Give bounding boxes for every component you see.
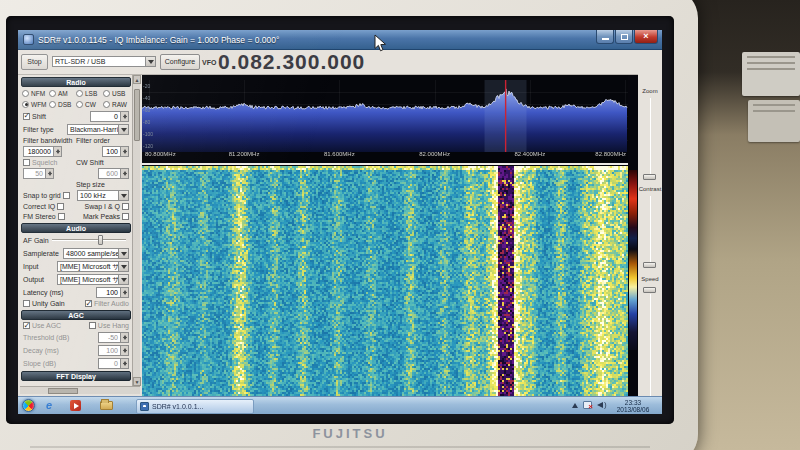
slider-thumb[interactable]: [98, 235, 103, 245]
checkbox-icon[interactable]: [23, 322, 30, 329]
spinner-arrows-icon[interactable]: [53, 146, 62, 157]
checkbox-icon[interactable]: [122, 213, 129, 220]
chevron-down-icon[interactable]: [118, 275, 128, 284]
scrollbar-thumb[interactable]: [134, 89, 140, 141]
radio-icon[interactable]: [76, 90, 83, 97]
fm-stereo-checkbox[interactable]: FM Stereo: [23, 213, 65, 220]
radio-icon[interactable]: [49, 101, 56, 108]
radio-icon[interactable]: [103, 90, 110, 97]
checkbox-icon[interactable]: [57, 203, 64, 210]
radio-panel-header[interactable]: Radio: [21, 77, 131, 87]
mode-radio-wfm[interactable]: WFM: [22, 99, 49, 109]
mode-radio-raw[interactable]: RAW: [103, 99, 130, 109]
latency-stepper[interactable]: 100: [96, 287, 129, 298]
use-hang-checkbox[interactable]: Use Hang: [89, 322, 129, 329]
unity-gain-checkbox[interactable]: Unity Gain: [23, 300, 65, 307]
cw-shift-stepper[interactable]: 600: [98, 168, 129, 179]
start-button[interactable]: [22, 399, 35, 412]
checkbox-icon[interactable]: [63, 192, 70, 199]
zoom-slider[interactable]: [650, 98, 651, 180]
agc-panel-header[interactable]: AGC: [21, 310, 131, 320]
contrast-slider-thumb[interactable]: [643, 262, 656, 268]
filter-order-stepper[interactable]: 100: [102, 146, 129, 157]
use-agc-checkbox[interactable]: Use AGC: [23, 322, 61, 329]
spinner-arrows-icon[interactable]: [120, 287, 129, 298]
maximize-button[interactable]: [615, 30, 633, 44]
window-titlebar[interactable]: SDR# v1.0.0.1145 - IQ Imbalance: Gain = …: [18, 30, 662, 50]
chevron-down-icon[interactable]: [118, 249, 128, 258]
mode-radio-cw[interactable]: CW: [76, 99, 103, 109]
radio-icon[interactable]: [22, 101, 29, 108]
panel-vertical-scrollbar[interactable]: ▲ ▼: [132, 75, 140, 386]
checkbox-icon[interactable]: [122, 203, 129, 210]
configure-button[interactable]: Configure: [160, 54, 200, 70]
scroll-up-icon[interactable]: ▲: [133, 75, 141, 84]
checkbox-icon[interactable]: [85, 300, 92, 307]
mark-peaks-checkbox[interactable]: Mark Peaks: [83, 213, 129, 220]
mode-radio-lsb[interactable]: LSB: [76, 88, 103, 98]
squelch-stepper[interactable]: 50: [23, 168, 54, 179]
explorer-folder-icon[interactable]: [100, 401, 113, 410]
radio-icon[interactable]: [49, 90, 56, 97]
swap-iq-checkbox[interactable]: Swap I & Q: [85, 203, 129, 210]
scroll-down-icon[interactable]: ▼: [133, 377, 141, 386]
shift-checkbox[interactable]: Shift: [23, 113, 46, 120]
filter-type-select[interactable]: Blackman-Harris: [67, 124, 129, 135]
radio-icon[interactable]: [22, 90, 29, 97]
frequency-display[interactable]: 0.082.300.000: [218, 50, 365, 74]
network-status-icon[interactable]: [583, 401, 592, 409]
chevron-down-icon[interactable]: [118, 125, 128, 134]
scrollbar-thumb[interactable]: [48, 388, 78, 394]
chevron-down-icon[interactable]: [145, 57, 155, 66]
samplerate-select[interactable]: 48000 sample/sec: [63, 248, 129, 259]
audio-output-select[interactable]: [MME] Microsoft サウ: [57, 274, 129, 285]
spinner-arrows-icon[interactable]: [120, 345, 129, 356]
media-player-icon[interactable]: [70, 400, 81, 411]
minimize-button[interactable]: [596, 30, 614, 44]
spinner-arrows-icon[interactable]: [120, 332, 129, 343]
hidden-icons-arrow-icon[interactable]: [572, 403, 578, 408]
spinner-arrows-icon[interactable]: [45, 168, 54, 179]
squelch-checkbox[interactable]: Squelch: [23, 159, 57, 166]
spinner-arrows-icon[interactable]: [120, 146, 129, 157]
threshold-stepper[interactable]: -50: [98, 332, 129, 343]
audio-panel-header[interactable]: Audio: [21, 223, 131, 233]
zoom-slider-thumb[interactable]: [643, 174, 656, 180]
checkbox-icon[interactable]: [58, 213, 65, 220]
tray-clock[interactable]: 23:33 2013/08/06: [607, 399, 659, 414]
sdrsharp-task-button[interactable]: SDR# v1.0.0.1...: [136, 399, 254, 414]
chevron-down-icon[interactable]: [118, 191, 128, 200]
correct-iq-checkbox[interactable]: Correct IQ: [23, 203, 64, 210]
af-gain-slider[interactable]: [52, 239, 126, 241]
source-select[interactable]: RTL-SDR / USB: [52, 56, 156, 67]
mode-radio-nfm[interactable]: NFM: [22, 88, 49, 98]
shift-stepper[interactable]: 0: [90, 111, 129, 122]
spinner-arrows-icon[interactable]: [120, 168, 129, 179]
chevron-down-icon[interactable]: [118, 262, 128, 271]
volume-icon[interactable]: [597, 402, 603, 408]
waterfall-canvas[interactable]: [142, 166, 628, 396]
contrast-slider[interactable]: [650, 196, 651, 268]
close-button[interactable]: ×: [634, 30, 658, 44]
mode-radio-dsb[interactable]: DSB: [49, 99, 76, 109]
spinner-arrows-icon[interactable]: [120, 358, 129, 369]
fft-display-panel-header[interactable]: FFT Display: [21, 371, 131, 381]
radio-icon[interactable]: [76, 101, 83, 108]
step-size-select[interactable]: 100 kHz: [77, 190, 129, 201]
panel-horizontal-scrollbar[interactable]: [20, 386, 140, 394]
spectrum-canvas[interactable]: [142, 80, 628, 152]
slope-stepper[interactable]: 0: [98, 358, 129, 369]
checkbox-icon[interactable]: [23, 300, 30, 307]
spinner-arrows-icon[interactable]: [120, 111, 129, 122]
audio-input-select[interactable]: [MME] Microsoft サウ: [57, 261, 129, 272]
snap-to-grid-checkbox[interactable]: Snap to grid: [23, 192, 70, 199]
speed-slider[interactable]: [650, 294, 651, 410]
checkbox-icon[interactable]: [23, 159, 30, 166]
radio-icon[interactable]: [103, 101, 110, 108]
mode-radio-am[interactable]: AM: [49, 88, 76, 98]
filter-audio-checkbox[interactable]: Filter Audio: [85, 300, 129, 307]
checkbox-icon[interactable]: [89, 322, 96, 329]
checkbox-icon[interactable]: [23, 113, 30, 120]
mode-radio-usb[interactable]: USB: [103, 88, 130, 98]
stop-button[interactable]: Stop: [21, 54, 48, 70]
